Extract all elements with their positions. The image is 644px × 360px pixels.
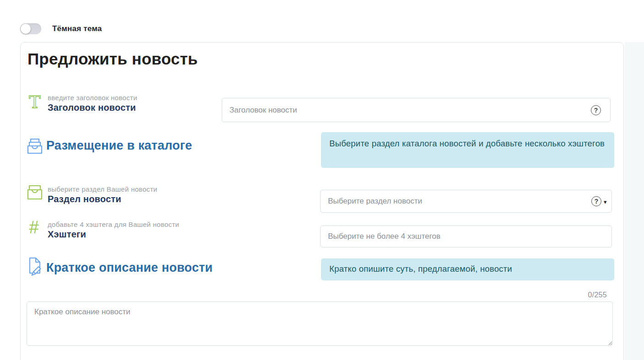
category-archive-icon	[26, 184, 44, 203]
svg-text:#: #	[29, 219, 38, 237]
svg-text:T: T	[29, 92, 40, 112]
news-title-hint: введите заголовок новости	[48, 94, 137, 102]
description-textarea[interactable]	[27, 301, 613, 346]
document-edit-icon	[26, 256, 44, 279]
category-select-placeholder: Выберите раздел новости	[328, 197, 422, 206]
suggest-news-card: Предложить новость T введите заголовок н…	[20, 42, 624, 360]
catalog-section-heading: Размещение в каталоге	[46, 139, 192, 153]
dark-theme-toggle-label: Тёмная тема	[52, 24, 102, 33]
text-title-icon: T	[27, 92, 43, 114]
hashtags-input[interactable]	[320, 226, 612, 247]
catalog-info-box: Выберите раздел каталога новостей и доба…	[321, 132, 614, 168]
toggle-knob	[21, 24, 31, 34]
catalog-archive-icon	[26, 137, 44, 157]
category-dropdown-caret-icon[interactable]: ▾	[604, 199, 607, 205]
question-glyph: ?	[595, 198, 599, 204]
category-label: Раздел новости	[48, 194, 121, 204]
theme-toggle-row: Тёмная тема	[20, 23, 102, 35]
question-glyph: ?	[594, 107, 598, 113]
dark-theme-toggle[interactable]	[20, 23, 41, 34]
category-help-icon[interactable]: ?	[591, 196, 601, 206]
hashtags-label: Хэштеги	[48, 229, 86, 240]
hashtags-hint: добавьте 4 хэштега для Вашей новости	[48, 220, 179, 228]
page-side-background	[625, 42, 644, 360]
char-counter: 0/255	[552, 291, 607, 299]
description-info-box: Кратко опишите суть, предлагаемой, новос…	[321, 258, 614, 280]
category-hint: выберите раздел Вашей новости	[48, 185, 158, 193]
news-title-input[interactable]	[222, 98, 611, 122]
page-title: Предложить новость	[27, 50, 198, 68]
news-title-label: Заголовок новости	[48, 102, 136, 113]
description-section-heading: Краткое описание новости	[46, 261, 213, 275]
category-select[interactable]: Выберите раздел новости	[320, 190, 612, 213]
news-title-help-icon[interactable]: ?	[591, 105, 601, 115]
hashtag-icon: #	[25, 219, 43, 239]
